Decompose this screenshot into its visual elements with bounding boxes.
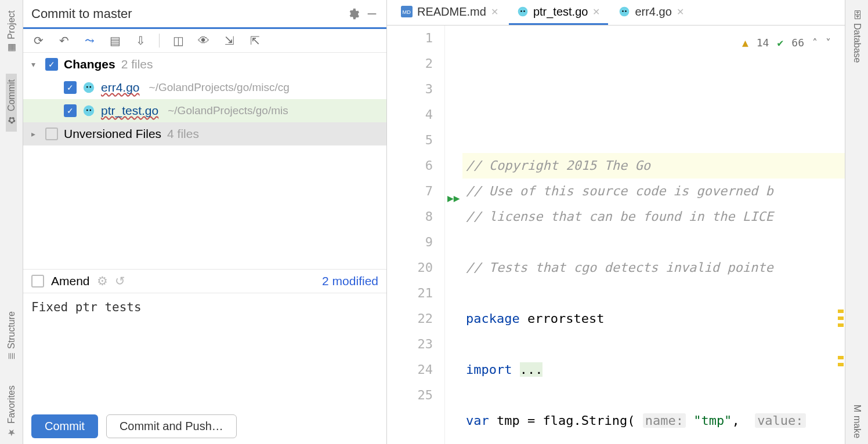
file-path: ~/GolandProjects/go/mis <box>168 104 288 117</box>
go-file-icon <box>82 104 95 117</box>
close-icon[interactable]: ✕ <box>491 6 498 17</box>
warning-icon: ▲ <box>742 30 748 56</box>
unversioned-checkbox[interactable] <box>45 128 58 140</box>
commit-icon: ✿ <box>6 115 17 126</box>
editor-area: MD README.md ✕ ptr_test.go ✕ err4.go ✕ 1… <box>387 0 845 444</box>
svg-point-14 <box>625 10 627 12</box>
diff-icon[interactable]: ▤ <box>108 34 122 48</box>
chevron-down-icon[interactable]: ▾ <box>31 60 39 69</box>
tab-label: ptr_test.go <box>533 5 588 19</box>
markdown-file-icon: MD <box>401 6 413 17</box>
expand-icon[interactable]: ⇲ <box>222 34 236 48</box>
changes-tree: ▾ ✓ Changes 2 files ✓ err4.go ~/GolandPr… <box>23 53 386 269</box>
svg-point-12 <box>620 7 630 17</box>
commit-panel-title: Commit to master <box>31 6 132 21</box>
commit-label: Commit <box>6 79 17 111</box>
tab-label: README.md <box>417 5 486 19</box>
file-row[interactable]: ✓ ptr_test.go ~/GolandProjects/go/mis <box>23 99 386 122</box>
gutter-marks: ▶▶ <box>445 26 462 444</box>
commit-buttons: Commit Commit and Push… <box>23 409 386 444</box>
history-icon[interactable]: ↺ <box>115 274 125 288</box>
file-row[interactable]: ✓ err4.go ~/GolandProjects/go/misc/cg <box>23 76 386 99</box>
unversioned-label: Unversioned Files <box>64 127 161 141</box>
scroll-marks <box>837 26 845 444</box>
commit-and-push-button[interactable]: Commit and Push… <box>106 414 237 438</box>
undo-icon[interactable]: ↶ <box>57 34 71 48</box>
editor-tabs: MD README.md ✕ ptr_test.go ✕ err4.go ✕ <box>387 0 845 26</box>
changes-label: Changes <box>64 57 115 71</box>
toolbar-separator <box>159 34 160 48</box>
minimize-icon[interactable] <box>366 8 378 20</box>
file-checkbox[interactable]: ✓ <box>64 81 77 94</box>
warning-count: 14 <box>757 30 769 56</box>
svg-point-5 <box>86 110 88 111</box>
commit-panel-header: Commit to master <box>23 0 386 29</box>
chevron-down-icon[interactable]: ˅ <box>826 30 831 56</box>
commit-message-input[interactable]: Fixed ptr tests <box>23 293 386 409</box>
commit-button[interactable]: Commit <box>31 414 98 438</box>
go-file-icon <box>517 6 529 17</box>
svg-point-13 <box>623 10 624 12</box>
file-name: ptr_test.go <box>101 104 158 118</box>
tab-label: err4.go <box>635 5 671 19</box>
structure-tool-tab[interactable]: ≣ Structure <box>6 305 17 366</box>
amend-bar: Amend ⚙ ↺ 2 modified <box>23 269 386 293</box>
gear-icon[interactable]: ⚙ <box>97 274 108 288</box>
commit-tool-tab[interactable]: ✿ Commit <box>6 74 17 132</box>
unversioned-group-row[interactable]: ▸ Unversioned Files 4 files <box>23 122 386 145</box>
group-icon[interactable]: ◫ <box>171 34 185 48</box>
unversioned-count: 4 files <box>167 127 199 141</box>
database-label: Database <box>852 23 862 63</box>
file-checkbox[interactable]: ✓ <box>64 104 77 117</box>
svg-point-11 <box>523 10 525 12</box>
svg-point-1 <box>84 82 94 93</box>
database-icon: 🗄 <box>852 10 862 20</box>
changes-group-row[interactable]: ▾ ✓ Changes 2 files <box>23 53 386 76</box>
line-gutter: 123456789202122232425 <box>387 26 445 444</box>
code-view[interactable]: ▲14 ✔66 ˄ ˅ // Copyright 2015 The Go// U… <box>462 26 845 444</box>
project-icon: ▦ <box>6 43 17 54</box>
close-icon[interactable]: ✕ <box>677 6 684 17</box>
inspection-badges[interactable]: ▲14 ✔66 ˄ ˅ <box>742 30 831 56</box>
preview-icon[interactable]: 👁 <box>197 34 211 48</box>
favorites-tool-tab[interactable]: ★ Favorites <box>6 380 17 444</box>
project-tool-tab[interactable]: ▦ Project <box>6 5 17 60</box>
tab-readme[interactable]: MD README.md ✕ <box>393 0 507 25</box>
project-label: Project <box>6 10 17 39</box>
editor-body[interactable]: 123456789202122232425 ▶▶ ▲14 ✔66 ˄ ˅ // … <box>387 26 845 444</box>
commit-message-text: Fixed ptr tests <box>31 300 142 314</box>
collapse-icon[interactable]: ⇱ <box>248 34 262 48</box>
amend-checkbox[interactable] <box>31 275 44 287</box>
svg-text:MD: MD <box>403 9 411 15</box>
tab-ptr-test[interactable]: ptr_test.go ✕ <box>509 0 609 25</box>
commit-panel: Commit to master ⟳ ↶ ⤳ ▤ ⇩ ◫ 👁 ⇲ ⇱ ▾ ✓ C… <box>23 0 387 444</box>
tab-err4[interactable]: err4.go ✕ <box>610 0 692 25</box>
shelve-icon[interactable]: ⇩ <box>133 34 147 48</box>
file-path: ~/GolandProjects/go/misc/cg <box>149 81 290 94</box>
go-file-icon <box>619 6 630 17</box>
svg-point-4 <box>84 105 94 116</box>
database-tool-tab[interactable]: 🗄 Database <box>852 5 862 69</box>
svg-point-10 <box>520 10 522 12</box>
go-file-icon <box>82 81 95 94</box>
run-gutter-icon[interactable]: ▶▶ <box>447 185 460 211</box>
amend-label: Amend <box>51 274 90 288</box>
svg-point-9 <box>518 7 528 17</box>
chevron-up-icon[interactable]: ˄ <box>812 30 818 56</box>
refresh-icon[interactable]: ⟳ <box>31 34 45 48</box>
modified-link[interactable]: 2 modified <box>322 274 378 288</box>
svg-rect-0 <box>368 13 377 14</box>
gear-icon[interactable] <box>347 8 360 20</box>
structure-label: Structure <box>6 311 17 349</box>
svg-point-6 <box>89 110 91 111</box>
make-label: make <box>852 416 862 438</box>
make-tool-tab[interactable]: M make <box>852 399 862 444</box>
changes-checkbox[interactable]: ✓ <box>45 58 58 71</box>
favorites-label: Favorites <box>6 385 17 424</box>
close-icon[interactable]: ✕ <box>592 6 600 17</box>
structure-icon: ≣ <box>6 352 17 360</box>
chevron-right-icon[interactable]: ▸ <box>31 129 39 139</box>
rebase-icon[interactable]: ⤳ <box>82 34 96 48</box>
ok-count: 66 <box>791 30 804 56</box>
right-tool-strip: 🗄 Database M make <box>845 0 868 444</box>
